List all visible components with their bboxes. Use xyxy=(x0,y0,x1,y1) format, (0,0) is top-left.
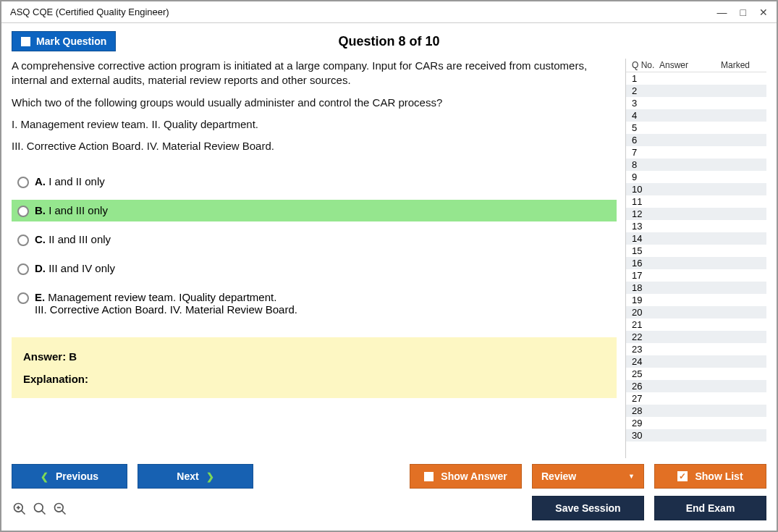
row-qno: 19 xyxy=(632,295,659,305)
list-row[interactable]: 25 xyxy=(626,368,766,380)
show-list-button[interactable]: ✓ Show List xyxy=(654,464,766,489)
list-row[interactable]: 19 xyxy=(626,294,766,306)
zoom-out-icon[interactable] xyxy=(52,501,68,517)
list-row[interactable]: 5 xyxy=(626,122,766,134)
checkbox-icon xyxy=(424,472,434,481)
question-list-panel: Q No. Answer Marked 12345678910111213141… xyxy=(625,59,766,458)
options-list: A. I and II only B. I and III only C. II… xyxy=(12,171,617,320)
list-row[interactable]: 4 xyxy=(626,109,766,122)
list-row[interactable]: 14 xyxy=(626,232,766,245)
mark-question-label: Mark Question xyxy=(36,35,106,47)
row-qno: 8 xyxy=(632,159,659,170)
option-label: B. I and III only xyxy=(35,204,108,216)
list-row[interactable]: 20 xyxy=(626,306,766,318)
option-a[interactable]: A. I and II only xyxy=(12,171,617,193)
row-qno: 29 xyxy=(632,418,659,428)
radio-icon xyxy=(17,263,29,275)
radio-icon xyxy=(17,292,29,304)
window-title: ASQ CQE (Certified Quality Engineer) xyxy=(10,7,717,17)
row-qno: 1 xyxy=(632,73,659,84)
radio-icon xyxy=(17,206,29,217)
row-qno: 20 xyxy=(632,307,659,318)
end-exam-button[interactable]: End Exam xyxy=(654,496,766,520)
content-area: Mark Question Question 8 of 10 A compreh… xyxy=(1,23,777,531)
row-qno: 11 xyxy=(632,196,659,207)
button-row-1: ❮ Previous Next ❯ Show Answer Review ▼ xyxy=(12,464,766,489)
option-c[interactable]: C. II and III only xyxy=(12,229,617,250)
button-row-2: Save Session End Exam xyxy=(12,496,766,520)
option-label: E. Management review team. IQuality depa… xyxy=(35,291,297,316)
row-qno: 2 xyxy=(632,85,659,96)
footer: ❮ Previous Next ❯ Show Answer Review ▼ xyxy=(12,464,766,520)
question-column: A comprehensive corrective action progra… xyxy=(12,59,620,458)
list-row[interactable]: 1 xyxy=(626,72,766,85)
list-row[interactable]: 30 xyxy=(626,429,766,442)
list-row[interactable]: 6 xyxy=(626,134,766,146)
list-row[interactable]: 27 xyxy=(626,392,766,405)
row-qno: 4 xyxy=(632,110,659,121)
row-qno: 23 xyxy=(632,344,659,355)
row-qno: 7 xyxy=(632,147,659,158)
col-qno: Q No. xyxy=(632,60,659,70)
save-session-button[interactable]: Save Session xyxy=(532,496,644,520)
list-row[interactable]: 17 xyxy=(626,269,766,282)
header-row: Mark Question Question 8 of 10 xyxy=(12,31,766,51)
list-body[interactable]: 1234567891011121314151617181920212223242… xyxy=(626,72,766,458)
row-qno: 17 xyxy=(632,270,659,281)
zoom-in-icon[interactable] xyxy=(32,501,48,517)
list-row[interactable]: 22 xyxy=(626,331,766,343)
answer-line: Answer: B xyxy=(23,350,605,363)
previous-button[interactable]: ❮ Previous xyxy=(12,464,127,489)
chevron-down-icon: ▼ xyxy=(628,473,635,480)
previous-label: Previous xyxy=(56,470,98,482)
prompt-paragraph-4: III. Corrective Action Board. IV. Materi… xyxy=(12,139,617,153)
row-qno: 25 xyxy=(632,368,659,379)
row-qno: 10 xyxy=(632,184,659,195)
list-row[interactable]: 18 xyxy=(626,282,766,294)
list-row[interactable]: 23 xyxy=(626,343,766,355)
row-qno: 15 xyxy=(632,245,659,256)
next-button[interactable]: Next ❯ xyxy=(138,464,253,489)
option-b[interactable]: B. I and III only xyxy=(12,200,617,221)
zoom-reset-icon[interactable] xyxy=(12,501,28,517)
list-row[interactable]: 10 xyxy=(626,183,766,195)
row-qno: 3 xyxy=(632,98,659,109)
titlebar: ASQ CQE (Certified Quality Engineer) — □… xyxy=(1,1,777,23)
list-row[interactable]: 12 xyxy=(626,208,766,220)
checkbox-checked-icon: ✓ xyxy=(677,471,688,481)
list-row[interactable]: 8 xyxy=(626,159,766,171)
option-e[interactable]: E. Management review team. IQuality depa… xyxy=(12,287,617,320)
list-row[interactable]: 28 xyxy=(626,405,766,417)
radio-icon xyxy=(17,235,29,246)
list-row[interactable]: 2 xyxy=(626,85,766,97)
close-icon[interactable]: ✕ xyxy=(759,7,768,18)
list-row[interactable]: 13 xyxy=(626,220,766,232)
col-answer: Answer xyxy=(659,60,721,70)
option-label: D. III and IV only xyxy=(35,262,115,274)
list-row[interactable]: 3 xyxy=(626,97,766,109)
row-qno: 13 xyxy=(632,221,659,232)
mark-question-button[interactable]: Mark Question xyxy=(12,31,116,51)
row-qno: 9 xyxy=(632,172,659,182)
list-row[interactable]: 24 xyxy=(626,355,766,368)
row-qno: 26 xyxy=(632,381,659,392)
list-row[interactable]: 16 xyxy=(626,257,766,269)
review-button[interactable]: Review ▼ xyxy=(532,464,644,489)
zoom-controls xyxy=(12,501,68,517)
list-row[interactable]: 21 xyxy=(626,318,766,331)
list-row[interactable]: 11 xyxy=(626,195,766,208)
row-qno: 18 xyxy=(632,282,659,293)
list-row[interactable]: 26 xyxy=(626,380,766,392)
list-row[interactable]: 9 xyxy=(626,171,766,183)
maximize-icon[interactable]: □ xyxy=(740,7,746,18)
option-d[interactable]: D. III and IV only xyxy=(12,258,617,279)
list-header: Q No. Answer Marked xyxy=(626,59,766,72)
show-answer-button[interactable]: Show Answer xyxy=(410,464,522,489)
list-row[interactable]: 29 xyxy=(626,417,766,429)
svg-point-4 xyxy=(35,504,43,512)
list-row[interactable]: 7 xyxy=(626,146,766,159)
prompt-paragraph-1: A comprehensive corrective action progra… xyxy=(12,59,617,88)
row-qno: 5 xyxy=(632,122,659,133)
list-row[interactable]: 15 xyxy=(626,245,766,257)
minimize-icon[interactable]: — xyxy=(717,7,727,18)
